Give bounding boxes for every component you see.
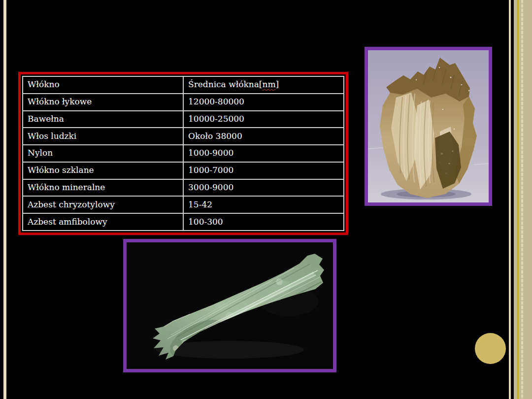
fiber-diameter-cell: 1000-7000 bbox=[183, 162, 344, 179]
table-row: Bawełna 10000-25000 bbox=[23, 111, 344, 128]
green-crystal-image bbox=[127, 242, 333, 369]
fiber-diameter-cell: 15-42 bbox=[183, 196, 344, 213]
fiber-name-cell: Azbest chryzotylowy bbox=[23, 196, 183, 213]
table-row: Azbest chryzotylowy 15-42 bbox=[23, 196, 344, 213]
left-accent-stripe bbox=[3, 0, 6, 399]
brown-rock-image bbox=[368, 50, 489, 202]
fiber-name-cell: Bawełna bbox=[23, 111, 183, 128]
fiber-diameter-cell: 10000-25000 bbox=[183, 111, 344, 128]
header-diameter-suffix: ] bbox=[276, 79, 279, 89]
fiber-name-cell: Włókno łykowe bbox=[23, 94, 183, 111]
fiber-name-cell: Włókno mineralne bbox=[23, 179, 183, 197]
header-cell-diameter: Średnica włókna[nm] bbox=[183, 76, 344, 94]
table-row: Azbest amfibolowy 100-300 bbox=[23, 213, 344, 231]
slide-canvas: Włókno Średnica włókna[nm] Włókno łykowe… bbox=[0, 0, 532, 399]
green-asbestos-crystal-photo bbox=[123, 239, 336, 372]
fiber-diameter-cell: 100-300 bbox=[183, 213, 344, 231]
header-cell-fiber: Włókno bbox=[23, 76, 183, 94]
fiber-name-cell: Włos ludzki bbox=[23, 128, 183, 145]
fiber-name-cell: Azbest amfibolowy bbox=[23, 213, 183, 231]
right-accent-band bbox=[514, 0, 532, 399]
brown-asbestos-rock-photo bbox=[365, 47, 492, 206]
fiber-diameter-table: Włókno Średnica włókna[nm] Włókno łykowe… bbox=[22, 76, 344, 231]
fiber-diameter-cell: 12000-80000 bbox=[183, 94, 344, 111]
table-row: Włókno łykowe 12000-80000 bbox=[23, 94, 344, 111]
fiber-diameter-cell: 1000-9000 bbox=[183, 145, 344, 162]
table-row: Włos ludzki Około 38000 bbox=[23, 128, 344, 145]
table-header-row: Włókno Średnica włókna[nm] bbox=[23, 76, 344, 94]
header-diameter-prefix: Średnica włókna[ bbox=[188, 79, 262, 89]
fiber-name-cell: Włókno szklane bbox=[23, 162, 183, 179]
spellcheck-wavy-term: nm bbox=[262, 79, 275, 89]
table-row: Włókno mineralne 3000-9000 bbox=[23, 179, 344, 197]
fiber-name-cell: Nylon bbox=[23, 145, 183, 162]
table-row: Nylon 1000-9000 bbox=[23, 145, 344, 162]
fiber-diameter-cell: Około 38000 bbox=[183, 128, 344, 145]
fiber-diameter-cell: 3000-9000 bbox=[183, 179, 344, 197]
gold-circle-decoration bbox=[475, 333, 506, 364]
table-row: Włókno szklane 1000-7000 bbox=[23, 162, 344, 179]
gold-accent-line bbox=[517, 0, 519, 399]
fiber-diameter-table-frame: Włókno Średnica włókna[nm] Włókno łykowe… bbox=[18, 72, 348, 235]
right-thin-accent-stripe bbox=[509, 0, 511, 399]
light-accent-line bbox=[521, 0, 523, 399]
